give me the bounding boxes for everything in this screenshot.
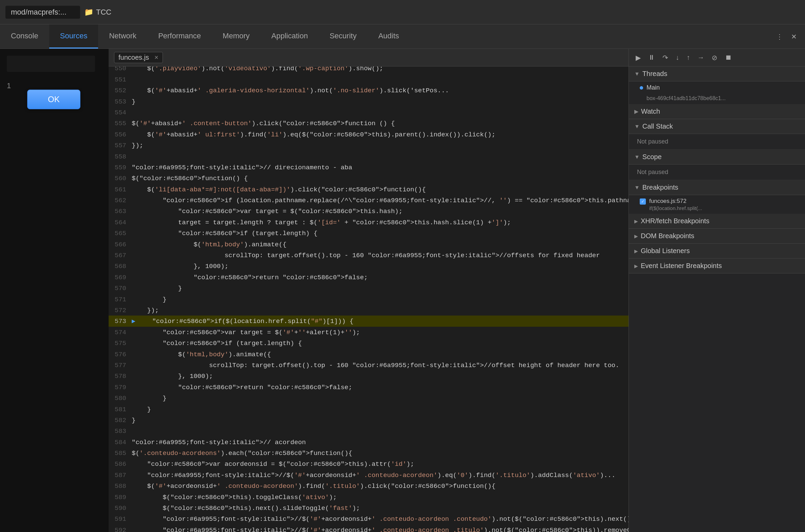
line-number[interactable]: 557 [111, 140, 132, 151]
line-number[interactable]: 583 [111, 425, 132, 436]
line-number[interactable]: 577 [111, 360, 132, 370]
deactivate-icon[interactable]: ⊘ [709, 52, 720, 63]
line-number[interactable]: 588 [111, 480, 132, 491]
line-number[interactable]: 569 [111, 272, 132, 283]
code-line: 592 "color:#6a9955;font-style:italic">//… [109, 525, 629, 532]
tab-network[interactable]: Network [98, 24, 147, 49]
code-content: }, 1000); [132, 370, 626, 381]
global-listeners-header[interactable]: ▶ Global Listeners [629, 244, 805, 259]
line-number[interactable]: 591 [111, 513, 132, 524]
file-close-btn[interactable]: × [154, 54, 158, 61]
code-content: } [132, 404, 626, 415]
tab-application[interactable]: Application [261, 24, 319, 49]
line-number[interactable]: 587 [111, 470, 132, 480]
dom-header[interactable]: ▶ DOM Breakpoints [629, 229, 805, 244]
thread-main-item[interactable]: Main [629, 81, 805, 94]
line-number[interactable]: 552 [111, 85, 132, 96]
code-content: $('#'+abasid+' .content-button').click("… [132, 118, 626, 129]
thread-sub: box-469cf41adb11dc78be68c1... [629, 94, 805, 104]
line-number[interactable]: 580 [111, 393, 132, 403]
tab-audits[interactable]: Audits [368, 24, 410, 49]
bp-checkbox[interactable]: ✓ [640, 198, 646, 205]
pause-icon[interactable]: ⏸ [645, 52, 658, 63]
tab-security[interactable]: Security [319, 24, 367, 49]
thread-dot [640, 86, 643, 90]
line-number[interactable]: 579 [111, 382, 132, 393]
line-number[interactable]: 574 [111, 327, 132, 338]
code-content: "color:#c586c0">var target = $('#'+''+al… [132, 327, 626, 338]
stop-icon[interactable]: ⏹ [722, 52, 734, 63]
code-line: 550 $('.playvideo').not('videoativo').fi… [109, 66, 629, 74]
step-over-icon[interactable]: ↷ [660, 52, 671, 63]
line-number[interactable]: 560 [111, 173, 132, 184]
line-number[interactable]: 584 [111, 437, 132, 448]
line-number[interactable]: 592 [111, 525, 132, 532]
scope-content: Not paused [629, 165, 805, 180]
line-number[interactable]: 550 [111, 66, 132, 74]
play-icon[interactable]: ▶ [633, 52, 643, 63]
line-number[interactable]: 589 [111, 492, 132, 502]
watch-header[interactable]: ▶ Watch [629, 104, 805, 119]
line-number[interactable]: 586 [111, 458, 132, 469]
main-area: 1 OK funcoes.js × 549 $('.playvideo').fi… [0, 49, 805, 532]
step-icon[interactable]: → [695, 52, 707, 63]
line-number[interactable]: 562 [111, 195, 132, 206]
line-number[interactable]: 573 [111, 316, 132, 326]
code-content: }, 1000); [132, 261, 626, 271]
line-number[interactable]: 559 [111, 162, 132, 173]
line-number[interactable]: 570 [111, 283, 132, 293]
thread-main-name: Main [647, 84, 660, 91]
line-number[interactable]: 566 [111, 239, 132, 250]
step-out-icon[interactable]: ↑ [684, 52, 693, 63]
line-number[interactable]: 578 [111, 370, 132, 381]
code-content: "color:#6a9955;font-style:italic">//$('#… [132, 513, 629, 524]
line-number[interactable]: 563 [111, 206, 132, 216]
line-number[interactable]: 590 [111, 502, 132, 513]
code-body[interactable]: 549 $('.playvideo').find('video').remove… [109, 66, 629, 532]
line-number[interactable]: 561 [111, 184, 132, 195]
line-number[interactable]: 558 [111, 151, 132, 162]
right-panel: ▶ ⏸ ↷ ↓ ↑ → ⊘ ⏹ ▼ Threads Main box-469cf… [629, 49, 805, 532]
step-into-icon[interactable]: ↓ [673, 52, 682, 63]
line-number[interactable]: 556 [111, 129, 132, 140]
tab-sources[interactable]: Sources [49, 24, 98, 49]
call-stack-header[interactable]: ▼ Call Stack [629, 119, 805, 134]
code-line: 553} [109, 96, 629, 107]
scope-label: Scope [642, 153, 662, 161]
line-number[interactable]: 565 [111, 228, 132, 239]
tab-console[interactable]: Console [0, 24, 49, 49]
line-number[interactable]: 568 [111, 261, 132, 271]
more-icon[interactable]: ⋮ [773, 31, 786, 42]
line-number[interactable]: 575 [111, 338, 132, 348]
tab-memory[interactable]: Memory [212, 24, 260, 49]
line-number[interactable]: 567 [111, 250, 132, 261]
code-line: 569 "color:#c586c0">return "color:#c586c… [109, 272, 629, 283]
code-line: 591 "color:#6a9955;font-style:italic">//… [109, 513, 629, 524]
code-content: "color:#c586c0">if (location.pathname.re… [132, 195, 629, 206]
line-number[interactable]: 585 [111, 448, 132, 458]
line-number[interactable]: 551 [111, 74, 132, 85]
breakpoints-header[interactable]: ▼ Breakpoints [629, 180, 805, 195]
line-number[interactable]: 572 [111, 305, 132, 316]
line-number[interactable]: 576 [111, 349, 132, 360]
scope-header[interactable]: ▼ Scope [629, 150, 805, 165]
code-content: } [132, 294, 626, 305]
ok-dialog: OK [27, 90, 80, 109]
tab-performance[interactable]: Performance [147, 24, 212, 49]
code-content: $('html,body').animate({ [132, 239, 626, 250]
line-number[interactable]: 571 [111, 294, 132, 305]
xhr-header[interactable]: ▶ XHR/fetch Breakpoints [629, 214, 805, 229]
threads-header[interactable]: ▼ Threads [629, 66, 805, 81]
code-line: 579 "color:#c586c0">return "color:#c586c… [109, 382, 629, 393]
line-number[interactable]: 581 [111, 404, 132, 415]
line-number[interactable]: 564 [111, 217, 132, 228]
ok-button[interactable]: OK [27, 90, 80, 109]
line-number[interactable]: 555 [111, 118, 132, 129]
line-number[interactable]: 582 [111, 415, 132, 425]
line-number[interactable]: 554 [111, 107, 132, 118]
event-listeners-header[interactable]: ▶ Event Listener Breakpoints [629, 259, 805, 273]
line-number[interactable]: 553 [111, 96, 132, 107]
code-line: 589 $("color:#c586c0">this).toggleClass(… [109, 492, 629, 502]
close-icon[interactable]: ✕ [788, 31, 800, 42]
threads-label: Threads [642, 70, 667, 78]
